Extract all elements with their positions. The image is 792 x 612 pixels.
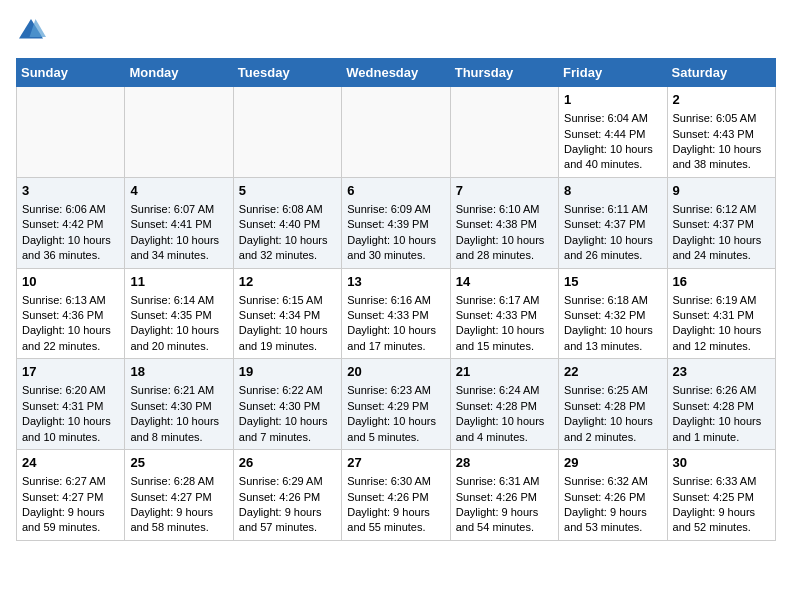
logo-icon	[16, 16, 46, 46]
days-of-week-row: SundayMondayTuesdayWednesdayThursdayFrid…	[17, 59, 776, 87]
day-number: 27	[347, 454, 444, 472]
calendar-cell	[125, 87, 233, 178]
day-detail: Daylight: 10 hours and 24 minutes.	[673, 233, 770, 264]
col-header-friday: Friday	[559, 59, 667, 87]
day-detail: Sunrise: 6:12 AM	[673, 202, 770, 217]
calendar-cell: 28Sunrise: 6:31 AMSunset: 4:26 PMDayligh…	[450, 450, 558, 541]
day-detail: Sunrise: 6:22 AM	[239, 383, 336, 398]
day-detail: Sunset: 4:39 PM	[347, 217, 444, 232]
day-detail: Sunset: 4:35 PM	[130, 308, 227, 323]
day-number: 16	[673, 273, 770, 291]
day-number: 28	[456, 454, 553, 472]
logo	[16, 16, 50, 46]
day-detail: Daylight: 10 hours and 20 minutes.	[130, 323, 227, 354]
day-number: 5	[239, 182, 336, 200]
day-number: 24	[22, 454, 119, 472]
day-detail: Sunrise: 6:14 AM	[130, 293, 227, 308]
day-number: 4	[130, 182, 227, 200]
calendar-cell: 26Sunrise: 6:29 AMSunset: 4:26 PMDayligh…	[233, 450, 341, 541]
day-detail: Sunset: 4:28 PM	[456, 399, 553, 414]
col-header-sunday: Sunday	[17, 59, 125, 87]
day-number: 1	[564, 91, 661, 109]
day-number: 2	[673, 91, 770, 109]
day-number: 14	[456, 273, 553, 291]
day-number: 23	[673, 363, 770, 381]
day-detail: Sunrise: 6:21 AM	[130, 383, 227, 398]
day-detail: Sunset: 4:42 PM	[22, 217, 119, 232]
day-detail: Sunrise: 6:16 AM	[347, 293, 444, 308]
day-detail: Sunrise: 6:27 AM	[22, 474, 119, 489]
day-detail: Daylight: 10 hours and 22 minutes.	[22, 323, 119, 354]
col-header-thursday: Thursday	[450, 59, 558, 87]
day-detail: Sunrise: 6:25 AM	[564, 383, 661, 398]
calendar-cell: 3Sunrise: 6:06 AMSunset: 4:42 PMDaylight…	[17, 177, 125, 268]
calendar-cell: 30Sunrise: 6:33 AMSunset: 4:25 PMDayligh…	[667, 450, 775, 541]
calendar-cell	[342, 87, 450, 178]
day-detail: Daylight: 9 hours and 58 minutes.	[130, 505, 227, 536]
calendar-cell: 20Sunrise: 6:23 AMSunset: 4:29 PMDayligh…	[342, 359, 450, 450]
day-number: 10	[22, 273, 119, 291]
day-number: 22	[564, 363, 661, 381]
calendar-cell: 2Sunrise: 6:05 AMSunset: 4:43 PMDaylight…	[667, 87, 775, 178]
calendar-cell: 19Sunrise: 6:22 AMSunset: 4:30 PMDayligh…	[233, 359, 341, 450]
day-detail: Sunset: 4:26 PM	[456, 490, 553, 505]
day-detail: Sunset: 4:37 PM	[673, 217, 770, 232]
day-detail: Sunrise: 6:09 AM	[347, 202, 444, 217]
calendar-cell: 5Sunrise: 6:08 AMSunset: 4:40 PMDaylight…	[233, 177, 341, 268]
calendar-table: SundayMondayTuesdayWednesdayThursdayFrid…	[16, 58, 776, 541]
day-number: 29	[564, 454, 661, 472]
day-detail: Sunset: 4:33 PM	[347, 308, 444, 323]
calendar-week-4: 17Sunrise: 6:20 AMSunset: 4:31 PMDayligh…	[17, 359, 776, 450]
calendar-cell: 12Sunrise: 6:15 AMSunset: 4:34 PMDayligh…	[233, 268, 341, 359]
day-detail: Sunrise: 6:11 AM	[564, 202, 661, 217]
day-detail: Sunset: 4:26 PM	[239, 490, 336, 505]
calendar-cell: 29Sunrise: 6:32 AMSunset: 4:26 PMDayligh…	[559, 450, 667, 541]
calendar-cell: 14Sunrise: 6:17 AMSunset: 4:33 PMDayligh…	[450, 268, 558, 359]
calendar-cell: 27Sunrise: 6:30 AMSunset: 4:26 PMDayligh…	[342, 450, 450, 541]
col-header-saturday: Saturday	[667, 59, 775, 87]
day-number: 7	[456, 182, 553, 200]
day-detail: Daylight: 10 hours and 7 minutes.	[239, 414, 336, 445]
day-detail: Sunrise: 6:06 AM	[22, 202, 119, 217]
day-detail: Daylight: 10 hours and 10 minutes.	[22, 414, 119, 445]
day-detail: Sunset: 4:31 PM	[22, 399, 119, 414]
day-detail: Sunset: 4:27 PM	[22, 490, 119, 505]
day-number: 15	[564, 273, 661, 291]
calendar-body: 1Sunrise: 6:04 AMSunset: 4:44 PMDaylight…	[17, 87, 776, 541]
day-number: 11	[130, 273, 227, 291]
day-detail: Daylight: 9 hours and 52 minutes.	[673, 505, 770, 536]
calendar-cell: 15Sunrise: 6:18 AMSunset: 4:32 PMDayligh…	[559, 268, 667, 359]
day-detail: Daylight: 10 hours and 28 minutes.	[456, 233, 553, 264]
day-detail: Sunrise: 6:15 AM	[239, 293, 336, 308]
day-detail: Daylight: 10 hours and 5 minutes.	[347, 414, 444, 445]
calendar-week-1: 1Sunrise: 6:04 AMSunset: 4:44 PMDaylight…	[17, 87, 776, 178]
day-detail: Sunrise: 6:24 AM	[456, 383, 553, 398]
day-detail: Sunset: 4:36 PM	[22, 308, 119, 323]
calendar-cell: 8Sunrise: 6:11 AMSunset: 4:37 PMDaylight…	[559, 177, 667, 268]
day-number: 21	[456, 363, 553, 381]
day-detail: Sunrise: 6:04 AM	[564, 111, 661, 126]
day-detail: Sunset: 4:26 PM	[347, 490, 444, 505]
calendar-cell: 22Sunrise: 6:25 AMSunset: 4:28 PMDayligh…	[559, 359, 667, 450]
day-detail: Daylight: 9 hours and 53 minutes.	[564, 505, 661, 536]
calendar-cell: 16Sunrise: 6:19 AMSunset: 4:31 PMDayligh…	[667, 268, 775, 359]
calendar-cell: 25Sunrise: 6:28 AMSunset: 4:27 PMDayligh…	[125, 450, 233, 541]
day-number: 25	[130, 454, 227, 472]
day-detail: Daylight: 10 hours and 32 minutes.	[239, 233, 336, 264]
day-detail: Sunset: 4:41 PM	[130, 217, 227, 232]
day-detail: Sunrise: 6:10 AM	[456, 202, 553, 217]
day-detail: Sunset: 4:31 PM	[673, 308, 770, 323]
day-detail: Daylight: 9 hours and 55 minutes.	[347, 505, 444, 536]
day-detail: Sunset: 4:40 PM	[239, 217, 336, 232]
day-detail: Daylight: 10 hours and 17 minutes.	[347, 323, 444, 354]
day-detail: Sunset: 4:38 PM	[456, 217, 553, 232]
day-detail: Sunset: 4:37 PM	[564, 217, 661, 232]
calendar-cell	[17, 87, 125, 178]
day-detail: Sunrise: 6:26 AM	[673, 383, 770, 398]
day-detail: Daylight: 10 hours and 1 minute.	[673, 414, 770, 445]
calendar-cell: 23Sunrise: 6:26 AMSunset: 4:28 PMDayligh…	[667, 359, 775, 450]
day-detail: Daylight: 9 hours and 59 minutes.	[22, 505, 119, 536]
day-detail: Daylight: 10 hours and 34 minutes.	[130, 233, 227, 264]
day-detail: Sunset: 4:25 PM	[673, 490, 770, 505]
day-detail: Daylight: 10 hours and 38 minutes.	[673, 142, 770, 173]
